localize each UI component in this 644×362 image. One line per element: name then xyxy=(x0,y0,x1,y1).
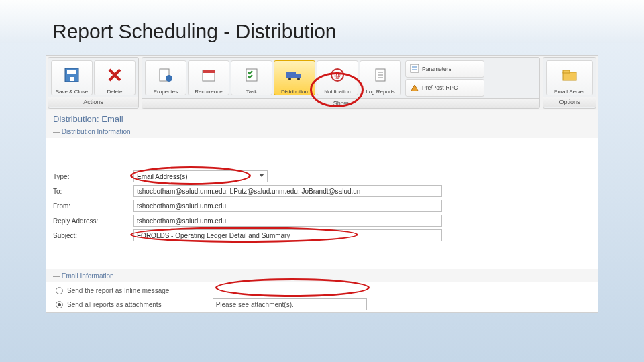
task-label: Task xyxy=(246,88,257,95)
reply-input[interactable] xyxy=(133,215,442,227)
radio-attachments-label: Send all reports as attachments xyxy=(67,301,162,308)
svg-rect-2 xyxy=(70,77,74,81)
distribution-form: Type: Email Address(s) To: From: Reply A… xyxy=(46,164,598,251)
save-close-label: Save & Close xyxy=(56,88,88,95)
parameters-button[interactable]: Parameters xyxy=(405,60,484,78)
save-icon xyxy=(64,61,79,88)
ribbon-group-actions-label: Actions xyxy=(48,97,138,107)
chevron-down-icon xyxy=(259,174,264,177)
ribbon-group-show: Properties Recurrence Task xyxy=(142,57,540,109)
app-window: Save & Close Delete Actions Properties xyxy=(46,55,598,313)
svg-rect-9 xyxy=(296,74,301,78)
svg-point-11 xyxy=(297,78,300,80)
rpc-icon xyxy=(410,82,419,93)
section-distribution-info: Distribution Information xyxy=(46,125,598,138)
log-reports-button[interactable]: Log Reports xyxy=(360,60,401,95)
page-title: Report Scheduling - Distribution xyxy=(0,0,644,43)
svg-point-4 xyxy=(166,75,172,82)
svg-rect-1 xyxy=(67,70,76,74)
radio-inline-label: Send the report as Inline message xyxy=(67,287,169,294)
task-button[interactable]: Task xyxy=(231,60,272,95)
panel-heading: Distribution: Email xyxy=(46,110,598,125)
recurrence-button[interactable]: Recurrence xyxy=(188,60,229,95)
pre-post-rpc-button[interactable]: Pre/Post-RPC xyxy=(405,79,484,97)
type-value: Email Address(s) xyxy=(137,173,188,180)
svg-rect-21 xyxy=(563,72,576,80)
svg-rect-8 xyxy=(286,72,296,78)
ribbon: Save & Close Delete Actions Properties xyxy=(46,56,598,110)
notification-label: Notification xyxy=(324,88,351,95)
log-reports-label: Log Reports xyxy=(366,88,395,95)
folder-icon xyxy=(561,61,578,88)
svg-rect-22 xyxy=(563,70,570,73)
radio-attachments[interactable]: Send all reports as attachments Please s… xyxy=(49,296,595,312)
radio-icon xyxy=(56,301,63,308)
distribution-label: Distribution xyxy=(281,88,308,95)
parameters-icon xyxy=(410,64,419,74)
subject-label: Subject: xyxy=(53,232,133,239)
notification-icon: @ xyxy=(330,61,345,88)
attachment-text-value: Please see attachment(s). xyxy=(216,301,294,308)
type-select[interactable]: Email Address(s) xyxy=(133,170,268,182)
truck-icon xyxy=(286,61,303,88)
to-input[interactable] xyxy=(133,185,442,197)
task-icon xyxy=(244,61,259,88)
delete-icon xyxy=(107,61,122,88)
svg-point-10 xyxy=(288,78,291,80)
ribbon-group-show-label: Show xyxy=(142,98,539,108)
properties-label: Properties xyxy=(154,88,178,95)
radio-inline[interactable]: Send the report as Inline message xyxy=(49,285,595,296)
recurrence-label: Recurrence xyxy=(195,88,222,95)
pre-post-rpc-label: Pre/Post-RPC xyxy=(422,84,458,91)
distribution-button[interactable]: Distribution xyxy=(274,60,315,95)
email-server-button[interactable]: Email Server xyxy=(546,60,593,95)
save-close-button[interactable]: Save & Close xyxy=(51,60,93,95)
properties-icon xyxy=(158,61,173,88)
email-server-label: Email Server xyxy=(554,88,585,95)
subject-input[interactable] xyxy=(133,229,442,241)
from-input[interactable] xyxy=(133,200,442,212)
properties-button[interactable]: Properties xyxy=(145,60,186,95)
reply-label: Reply Address: xyxy=(53,217,133,225)
attachment-text-input[interactable]: Please see attachment(s). xyxy=(213,298,367,310)
calendar-icon xyxy=(201,61,216,88)
delete-label: Delete xyxy=(107,88,122,95)
radio-icon xyxy=(56,287,63,294)
ribbon-group-options: Email Server Options xyxy=(543,57,596,109)
notification-button[interactable]: @ Notification xyxy=(317,60,358,95)
delete-button[interactable]: Delete xyxy=(94,60,136,95)
spacer xyxy=(46,138,598,164)
log-icon xyxy=(373,61,388,88)
to-label: To: xyxy=(53,188,133,195)
type-label: Type: xyxy=(53,173,133,180)
ribbon-group-actions: Save & Close Delete Actions xyxy=(48,57,139,109)
section-email-info: Email Information xyxy=(46,269,598,282)
svg-text:@: @ xyxy=(334,72,341,79)
ribbon-group-options-label: Options xyxy=(543,97,596,107)
svg-rect-6 xyxy=(203,70,215,73)
svg-rect-18 xyxy=(411,64,419,72)
parameters-label: Parameters xyxy=(422,66,451,72)
from-label: From: xyxy=(53,202,133,210)
